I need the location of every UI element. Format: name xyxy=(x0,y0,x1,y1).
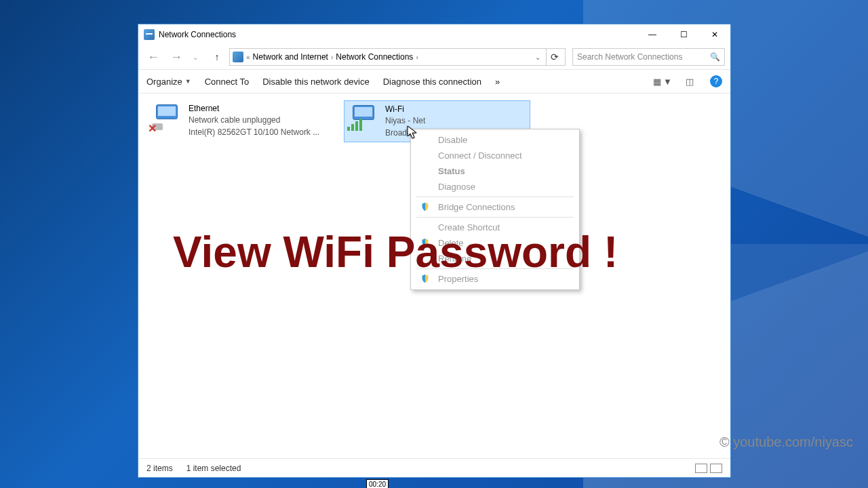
control-panel-icon xyxy=(233,52,243,62)
menu-status[interactable]: Status xyxy=(411,163,579,179)
search-placeholder: Search Network Connections xyxy=(577,52,682,62)
overflow-button[interactable]: » xyxy=(495,77,500,87)
ethernet-adapter: Intel(R) 82562GT 10/100 Network ... xyxy=(189,127,319,138)
ethernet-icon: ✕ xyxy=(151,103,183,130)
chevron-right-icon: › xyxy=(331,54,333,61)
ethernet-name: Ethernet xyxy=(189,103,319,115)
window-controls: — ☐ ✕ xyxy=(637,24,730,45)
view-options-button[interactable]: ▦▼ xyxy=(656,75,669,88)
item-count: 2 items xyxy=(146,464,173,473)
timestamp-bubble: 00:20 xyxy=(366,479,389,488)
disable-device-button[interactable]: Disable this network device xyxy=(262,77,370,87)
wifi-name: Wi-Fi xyxy=(385,104,513,115)
address-dropdown-icon[interactable]: ⌄ xyxy=(532,54,543,61)
up-button[interactable]: ↑ xyxy=(209,47,225,66)
disconnected-x-icon: ✕ xyxy=(148,122,157,131)
shield-icon xyxy=(420,202,430,211)
help-button[interactable]: ? xyxy=(710,75,722,87)
connection-ethernet[interactable]: ✕ Ethernet Network cable unplugged Intel… xyxy=(148,100,334,141)
details-view-button[interactable] xyxy=(695,464,707,473)
address-bar[interactable]: « Network and Internet › Network Connect… xyxy=(229,48,566,66)
minimize-button[interactable]: — xyxy=(637,24,668,45)
wifi-ssid: Niyas - Net xyxy=(385,115,513,127)
menu-connect-disconnect[interactable]: Connect / Disconnect xyxy=(411,148,579,163)
close-button[interactable]: ✕ xyxy=(699,24,730,45)
refresh-button[interactable]: ⟳ xyxy=(546,49,562,65)
watermark-text: © youtube.com/niyasc xyxy=(719,434,853,450)
menu-separator xyxy=(416,217,574,218)
chevron-right-icon: › xyxy=(416,54,418,61)
command-bar: Organize ▼ Connect To Disable this netwo… xyxy=(138,69,730,94)
status-bar: 2 items 1 item selected xyxy=(138,458,730,477)
forward-button[interactable]: → xyxy=(167,47,186,66)
selected-count: 1 item selected xyxy=(186,464,241,473)
back-button[interactable]: ← xyxy=(144,47,163,66)
search-input[interactable]: Search Network Connections 🔍 xyxy=(572,48,725,66)
network-connections-icon xyxy=(144,29,155,40)
window-title: Network Connections xyxy=(159,30,236,39)
menu-bridge-connections[interactable]: Bridge Connections xyxy=(411,199,579,215)
preview-pane-button[interactable]: ◫ xyxy=(683,75,696,88)
maximize-button[interactable]: ☐ xyxy=(668,24,699,45)
breadcrumb-network-connections[interactable]: Network Connections xyxy=(336,52,413,62)
ethernet-status: Network cable unplugged xyxy=(189,115,319,126)
history-dropdown[interactable]: ⌄ xyxy=(186,47,205,66)
view-mode-buttons xyxy=(695,464,722,473)
caret-down-icon: ▼ xyxy=(185,78,191,85)
navigation-row: ← → ⌄ ↑ « Network and Internet › Network… xyxy=(138,45,730,69)
wifi-icon xyxy=(347,104,380,131)
organize-menu[interactable]: Organize ▼ xyxy=(146,77,191,87)
menu-diagnose[interactable]: Diagnose xyxy=(411,179,579,195)
menu-disable[interactable]: Disable xyxy=(411,132,579,148)
organize-label: Organize xyxy=(146,77,182,87)
menu-separator xyxy=(416,197,574,197)
titlebar[interactable]: Network Connections — ☐ ✕ xyxy=(138,24,730,45)
search-icon: 🔍 xyxy=(710,52,720,62)
breadcrumb-network-internet[interactable]: Network and Internet xyxy=(253,52,328,62)
connect-to-button[interactable]: Connect To xyxy=(205,77,250,87)
overlay-caption: View WiFi Password ! xyxy=(173,227,618,277)
large-icons-view-button[interactable] xyxy=(710,464,722,473)
diagnose-connection-button[interactable]: Diagnose this connection xyxy=(383,77,481,87)
breadcrumb-prefix: « xyxy=(246,54,250,61)
